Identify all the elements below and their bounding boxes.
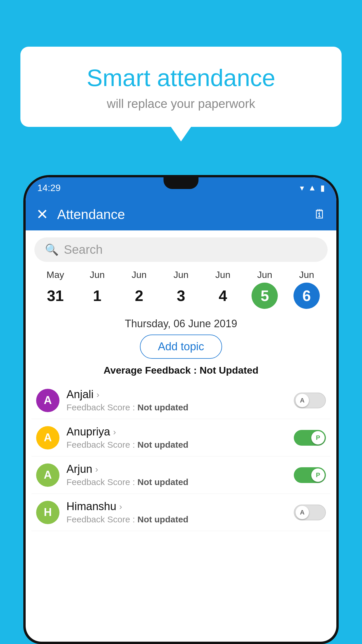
avatar: A bbox=[36, 426, 59, 449]
avatar: A bbox=[36, 463, 59, 487]
list-item[interactable]: HHimanshu ›Feedback Score : Not updatedA bbox=[31, 494, 331, 531]
chevron-icon: › bbox=[95, 464, 98, 474]
date-strip: May31Jun1Jun2Jun3Jun4Jun5Jun6 bbox=[26, 267, 336, 312]
date-month: Jun bbox=[173, 270, 189, 280]
search-input[interactable]: Search bbox=[64, 243, 103, 257]
bubble-title: Smart attendance bbox=[38, 64, 324, 92]
student-info: Arjun ›Feedback Score : Not updated bbox=[66, 463, 294, 487]
avg-feedback-label: Average Feedback : bbox=[103, 365, 199, 376]
toggle-knob: A bbox=[296, 394, 309, 407]
battery-icon: ▮ bbox=[320, 183, 325, 193]
date-item[interactable]: Jun2 bbox=[126, 270, 152, 309]
feedback-score: Feedback Score : Not updated bbox=[66, 514, 294, 524]
toggle-knob: A bbox=[296, 506, 309, 519]
date-item[interactable]: Jun6 bbox=[294, 270, 320, 309]
date-number[interactable]: 6 bbox=[294, 283, 320, 309]
list-item[interactable]: AAnupriya ›Feedback Score : Not updatedP bbox=[31, 419, 331, 456]
status-time: 14:29 bbox=[37, 183, 61, 193]
calendar-icon[interactable]: 🗓 bbox=[314, 207, 326, 221]
toggle-knob: P bbox=[311, 431, 325, 444]
chevron-icon: › bbox=[119, 502, 122, 512]
date-month: Jun bbox=[215, 270, 231, 280]
search-icon: 🔍 bbox=[45, 243, 59, 256]
avg-feedback: Average Feedback : Not Updated bbox=[26, 365, 336, 376]
feedback-score: Feedback Score : Not updated bbox=[66, 440, 294, 450]
search-bar[interactable]: 🔍 Search bbox=[34, 237, 328, 262]
app-bar: ✕ Attendance 🗓 bbox=[26, 198, 336, 230]
student-name: Anupriya › bbox=[66, 426, 294, 438]
date-item[interactable]: Jun3 bbox=[168, 270, 194, 309]
date-month: Jun bbox=[299, 270, 314, 280]
date-item[interactable]: Jun1 bbox=[84, 270, 110, 309]
phone-frame: 14:29 ▾ ▲ ▮ ✕ Attendance 🗓 🔍 Search May3… bbox=[23, 175, 339, 644]
date-number[interactable]: 2 bbox=[126, 283, 152, 309]
date-item[interactable]: May31 bbox=[42, 270, 68, 309]
student-name: Arjun › bbox=[66, 463, 294, 475]
attendance-toggle[interactable]: P bbox=[294, 467, 326, 483]
close-button[interactable]: ✕ bbox=[36, 206, 48, 223]
date-item[interactable]: Jun5 bbox=[252, 270, 278, 309]
date-item[interactable]: Jun4 bbox=[210, 270, 236, 309]
date-number[interactable]: 3 bbox=[168, 283, 194, 309]
avatar: H bbox=[36, 501, 59, 524]
toggle-knob: P bbox=[311, 468, 325, 482]
app-bar-title: Attendance bbox=[57, 206, 314, 222]
student-info: Anjali ›Feedback Score : Not updated bbox=[66, 388, 294, 412]
student-list: AAnjali ›Feedback Score : Not updatedAAA… bbox=[26, 382, 336, 531]
chevron-icon: › bbox=[113, 427, 116, 437]
list-item[interactable]: AAnjali ›Feedback Score : Not updatedA bbox=[31, 382, 331, 419]
list-item[interactable]: AArjun ›Feedback Score : Not updatedP bbox=[31, 456, 331, 494]
attendance-toggle[interactable]: A bbox=[294, 505, 326, 520]
date-month: May bbox=[47, 270, 64, 280]
chevron-icon: › bbox=[96, 390, 99, 400]
student-info: Anupriya ›Feedback Score : Not updated bbox=[66, 426, 294, 450]
attendance-toggle[interactable]: A bbox=[294, 393, 326, 408]
date-month: Jun bbox=[90, 270, 105, 280]
date-number[interactable]: 31 bbox=[42, 283, 68, 309]
add-topic-button[interactable]: Add topic bbox=[140, 335, 222, 359]
student-name: Anjali › bbox=[66, 388, 294, 401]
avatar: A bbox=[36, 389, 59, 412]
date-month: Jun bbox=[257, 270, 273, 280]
avg-feedback-value: Not Updated bbox=[200, 365, 259, 376]
status-icons: ▾ ▲ ▮ bbox=[300, 183, 325, 193]
student-info: Himanshu ›Feedback Score : Not updated bbox=[66, 500, 294, 524]
date-month: Jun bbox=[131, 270, 147, 280]
wifi-icon: ▾ bbox=[300, 183, 304, 193]
phone-screen: 14:29 ▾ ▲ ▮ ✕ Attendance 🗓 🔍 Search May3… bbox=[26, 177, 336, 642]
speech-bubble: Smart attendance will replace your paper… bbox=[20, 47, 342, 127]
date-number[interactable]: 4 bbox=[210, 283, 236, 309]
bubble-subtitle: will replace your paperwork bbox=[38, 97, 324, 111]
date-number[interactable]: 5 bbox=[252, 283, 278, 309]
selected-date-label: Thursday, 06 June 2019 bbox=[26, 318, 336, 330]
date-number[interactable]: 1 bbox=[84, 283, 110, 309]
feedback-score: Feedback Score : Not updated bbox=[66, 477, 294, 487]
signal-icon: ▲ bbox=[308, 183, 316, 192]
feedback-score: Feedback Score : Not updated bbox=[66, 402, 294, 412]
phone-notch bbox=[164, 177, 198, 189]
attendance-toggle[interactable]: P bbox=[294, 430, 326, 446]
student-name: Himanshu › bbox=[66, 500, 294, 513]
